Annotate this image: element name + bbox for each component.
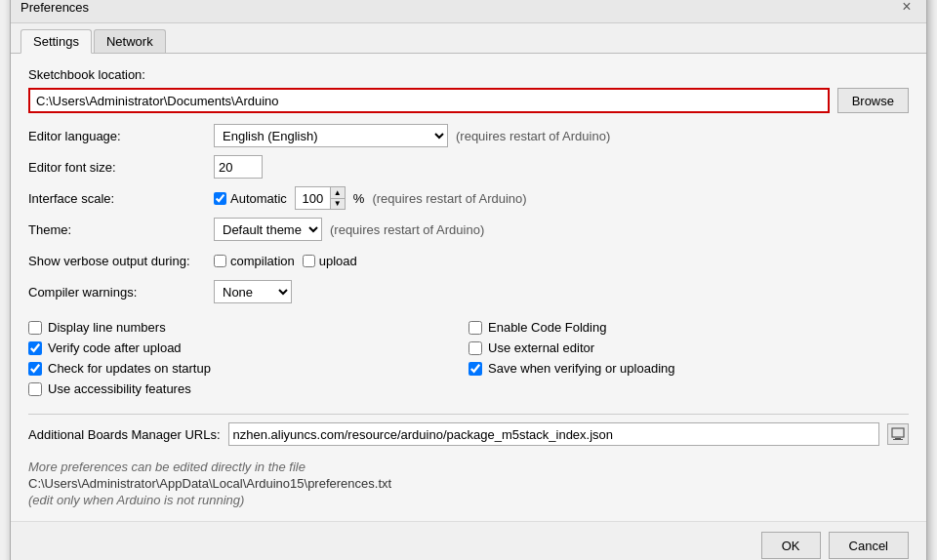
theme-restart-note: (requires restart of Arduino) (330, 222, 484, 237)
language-restart-note: (requires restart of Arduino) (456, 129, 610, 143)
verify-code-item: Verify code after upload (28, 340, 468, 355)
tab-bar: Settings Network (11, 23, 926, 54)
info-note: (edit only when Arduino is not running) (28, 493, 909, 507)
editor-language-select[interactable]: English (English) (214, 124, 448, 147)
checkboxes-grid: Display line numbers Enable Code Folding… (28, 320, 909, 396)
display-line-numbers-label: Display line numbers (48, 320, 166, 335)
save-verifying-item: Save when verifying or uploading (468, 361, 909, 376)
editor-language-row: Editor language: English (English) (requ… (28, 123, 909, 148)
close-button[interactable]: × (897, 0, 917, 17)
boards-manager-label: Additional Boards Manager URLs: (28, 427, 221, 442)
interface-scale-label: Interface scale: (28, 191, 214, 206)
boards-manager-svg-icon (891, 427, 905, 441)
compilation-label: compilation (230, 254, 295, 268)
verify-code-label: Verify code after upload (48, 340, 182, 355)
accessibility-checkbox[interactable] (28, 382, 42, 396)
verbose-output-row: Show verbose output during: compilation … (28, 248, 909, 273)
settings-panel: Sketchbook location: Browse Editor langu… (11, 54, 926, 521)
percent-label: % (353, 191, 365, 206)
sketchbook-row: Browse (28, 88, 909, 113)
svg-rect-0 (892, 428, 904, 437)
upload-checkbox[interactable] (303, 255, 315, 267)
display-line-numbers-checkbox[interactable] (28, 321, 42, 335)
browse-button[interactable]: Browse (837, 88, 909, 113)
accessibility-item: Use accessibility features (28, 381, 468, 396)
theme-select[interactable]: Default theme (214, 218, 322, 241)
ok-button[interactable]: OK (761, 532, 821, 559)
editor-font-size-row: Editor font size: (28, 154, 909, 180)
preferences-dialog: Preferences × Settings Network Sketchboo… (10, 0, 927, 560)
info-line1: More preferences can be edited directly … (28, 460, 909, 474)
enable-code-folding-label: Enable Code Folding (488, 320, 606, 335)
scale-spinner: ▲ ▼ (295, 186, 346, 210)
display-line-numbers-item: Display line numbers (28, 320, 468, 335)
upload-label: upload (319, 254, 357, 268)
scale-down-button[interactable]: ▼ (331, 199, 345, 210)
editor-font-size-input[interactable] (214, 155, 263, 179)
tab-settings[interactable]: Settings (20, 29, 92, 54)
theme-row: Theme: Default theme (requires restart o… (28, 217, 909, 242)
compiler-warnings-label: Compiler warnings: (28, 285, 214, 300)
use-external-editor-checkbox[interactable] (468, 341, 482, 355)
check-updates-label: Check for updates on startup (48, 361, 211, 376)
info-path: C:\Users\Administrator\AppData\Local\Ard… (28, 476, 909, 491)
cancel-button[interactable]: Cancel (829, 532, 909, 559)
tab-network[interactable]: Network (94, 29, 166, 53)
boards-manager-row: Additional Boards Manager URLs: (28, 422, 909, 446)
automatic-label: Automatic (230, 191, 287, 206)
save-verifying-checkbox[interactable] (468, 362, 482, 376)
info-section: More preferences can be edited directly … (28, 460, 909, 507)
svg-rect-2 (893, 439, 903, 440)
sketchbook-input[interactable] (28, 88, 830, 113)
dialog-title: Preferences (20, 0, 89, 15)
use-external-editor-item: Use external editor (468, 340, 909, 355)
save-verifying-label: Save when verifying or uploading (488, 361, 675, 376)
interface-scale-row: Interface scale: Automatic ▲ ▼ % (requir… (28, 185, 909, 211)
boards-manager-input[interactable] (228, 422, 879, 446)
check-updates-checkbox[interactable] (28, 362, 42, 376)
accessibility-label: Use accessibility features (48, 381, 191, 396)
enable-code-folding-item: Enable Code Folding (468, 320, 909, 335)
divider (28, 414, 909, 415)
scale-input[interactable] (296, 187, 331, 209)
theme-label: Theme: (28, 222, 214, 237)
compiler-warnings-select[interactable]: None Default More All (214, 280, 292, 303)
verify-code-checkbox[interactable] (28, 341, 42, 355)
dialog-footer: OK Cancel (11, 521, 926, 560)
check-updates-item: Check for updates on startup (28, 361, 468, 376)
compiler-warnings-row: Compiler warnings: None Default More All (28, 279, 909, 304)
scale-restart-note: (requires restart of Arduino) (372, 191, 526, 206)
sketchbook-label: Sketchbook location: (28, 67, 909, 82)
title-bar: Preferences × (11, 0, 926, 23)
use-external-editor-label: Use external editor (488, 340, 594, 355)
automatic-checkbox[interactable] (214, 192, 226, 205)
enable-code-folding-checkbox[interactable] (468, 321, 482, 335)
compilation-checkbox[interactable] (214, 255, 226, 267)
boards-manager-icon[interactable] (887, 423, 909, 445)
verbose-label: Show verbose output during: (28, 254, 214, 268)
editor-font-size-label: Editor font size: (28, 160, 214, 175)
scale-up-button[interactable]: ▲ (331, 187, 345, 199)
editor-language-label: Editor language: (28, 129, 214, 143)
